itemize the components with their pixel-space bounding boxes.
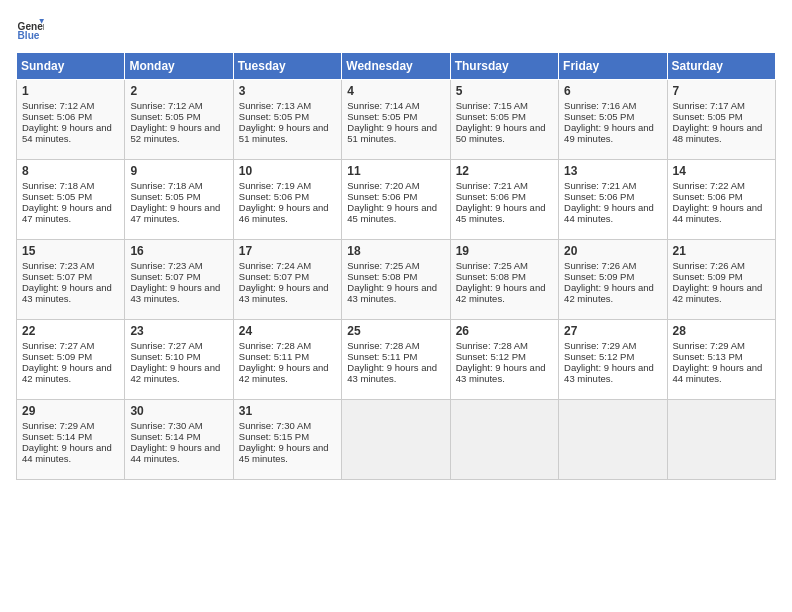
daylight: Daylight: 9 hours and 43 minutes. xyxy=(347,282,437,304)
day-cell: 16Sunrise: 7:23 AMSunset: 5:07 PMDayligh… xyxy=(125,240,233,320)
sunset: Sunset: 5:09 PM xyxy=(673,271,743,282)
day-number: 23 xyxy=(130,324,227,338)
sunrise: Sunrise: 7:20 AM xyxy=(347,180,419,191)
day-number: 25 xyxy=(347,324,444,338)
sunset: Sunset: 5:07 PM xyxy=(130,271,200,282)
col-header-tuesday: Tuesday xyxy=(233,53,341,80)
day-cell: 4Sunrise: 7:14 AMSunset: 5:05 PMDaylight… xyxy=(342,80,450,160)
day-cell: 1Sunrise: 7:12 AMSunset: 5:06 PMDaylight… xyxy=(17,80,125,160)
sunrise: Sunrise: 7:28 AM xyxy=(456,340,528,351)
sunrise: Sunrise: 7:28 AM xyxy=(239,340,311,351)
sunrise: Sunrise: 7:12 AM xyxy=(22,100,94,111)
day-number: 31 xyxy=(239,404,336,418)
day-cell: 8Sunrise: 7:18 AMSunset: 5:05 PMDaylight… xyxy=(17,160,125,240)
day-number: 5 xyxy=(456,84,553,98)
daylight: Daylight: 9 hours and 49 minutes. xyxy=(564,122,654,144)
day-cell: 5Sunrise: 7:15 AMSunset: 5:05 PMDaylight… xyxy=(450,80,558,160)
sunrise: Sunrise: 7:27 AM xyxy=(130,340,202,351)
logo: General Blue xyxy=(16,16,48,44)
col-header-wednesday: Wednesday xyxy=(342,53,450,80)
day-number: 6 xyxy=(564,84,661,98)
daylight: Daylight: 9 hours and 43 minutes. xyxy=(456,362,546,384)
sunrise: Sunrise: 7:17 AM xyxy=(673,100,745,111)
sunrise: Sunrise: 7:26 AM xyxy=(673,260,745,271)
sunset: Sunset: 5:12 PM xyxy=(456,351,526,362)
day-cell: 26Sunrise: 7:28 AMSunset: 5:12 PMDayligh… xyxy=(450,320,558,400)
day-cell: 3Sunrise: 7:13 AMSunset: 5:05 PMDaylight… xyxy=(233,80,341,160)
sunset: Sunset: 5:11 PM xyxy=(347,351,417,362)
day-cell: 15Sunrise: 7:23 AMSunset: 5:07 PMDayligh… xyxy=(17,240,125,320)
week-row-5: 29Sunrise: 7:29 AMSunset: 5:14 PMDayligh… xyxy=(17,400,776,480)
week-row-1: 1Sunrise: 7:12 AMSunset: 5:06 PMDaylight… xyxy=(17,80,776,160)
daylight: Daylight: 9 hours and 51 minutes. xyxy=(347,122,437,144)
day-number: 30 xyxy=(130,404,227,418)
day-cell: 29Sunrise: 7:29 AMSunset: 5:14 PMDayligh… xyxy=(17,400,125,480)
day-cell: 19Sunrise: 7:25 AMSunset: 5:08 PMDayligh… xyxy=(450,240,558,320)
sunset: Sunset: 5:06 PM xyxy=(347,191,417,202)
day-number: 18 xyxy=(347,244,444,258)
sunset: Sunset: 5:15 PM xyxy=(239,431,309,442)
sunrise: Sunrise: 7:30 AM xyxy=(239,420,311,431)
sunset: Sunset: 5:05 PM xyxy=(456,111,526,122)
daylight: Daylight: 9 hours and 45 minutes. xyxy=(239,442,329,464)
day-cell xyxy=(342,400,450,480)
sunset: Sunset: 5:13 PM xyxy=(673,351,743,362)
day-cell: 13Sunrise: 7:21 AMSunset: 5:06 PMDayligh… xyxy=(559,160,667,240)
day-number: 1 xyxy=(22,84,119,98)
col-header-monday: Monday xyxy=(125,53,233,80)
daylight: Daylight: 9 hours and 54 minutes. xyxy=(22,122,112,144)
sunset: Sunset: 5:05 PM xyxy=(564,111,634,122)
day-cell: 12Sunrise: 7:21 AMSunset: 5:06 PMDayligh… xyxy=(450,160,558,240)
sunrise: Sunrise: 7:22 AM xyxy=(673,180,745,191)
day-number: 4 xyxy=(347,84,444,98)
day-cell: 25Sunrise: 7:28 AMSunset: 5:11 PMDayligh… xyxy=(342,320,450,400)
sunset: Sunset: 5:09 PM xyxy=(22,351,92,362)
sunrise: Sunrise: 7:23 AM xyxy=(130,260,202,271)
day-number: 12 xyxy=(456,164,553,178)
sunset: Sunset: 5:05 PM xyxy=(239,111,309,122)
sunset: Sunset: 5:14 PM xyxy=(22,431,92,442)
col-header-thursday: Thursday xyxy=(450,53,558,80)
day-number: 13 xyxy=(564,164,661,178)
day-cell: 24Sunrise: 7:28 AMSunset: 5:11 PMDayligh… xyxy=(233,320,341,400)
daylight: Daylight: 9 hours and 43 minutes. xyxy=(22,282,112,304)
day-number: 15 xyxy=(22,244,119,258)
daylight: Daylight: 9 hours and 44 minutes. xyxy=(22,442,112,464)
sunrise: Sunrise: 7:14 AM xyxy=(347,100,419,111)
day-cell xyxy=(559,400,667,480)
daylight: Daylight: 9 hours and 44 minutes. xyxy=(130,442,220,464)
sunrise: Sunrise: 7:29 AM xyxy=(22,420,94,431)
daylight: Daylight: 9 hours and 42 minutes. xyxy=(22,362,112,384)
day-number: 22 xyxy=(22,324,119,338)
day-number: 19 xyxy=(456,244,553,258)
day-cell xyxy=(450,400,558,480)
week-row-3: 15Sunrise: 7:23 AMSunset: 5:07 PMDayligh… xyxy=(17,240,776,320)
sunset: Sunset: 5:11 PM xyxy=(239,351,309,362)
sunrise: Sunrise: 7:25 AM xyxy=(456,260,528,271)
svg-text:Blue: Blue xyxy=(18,30,40,41)
day-cell: 20Sunrise: 7:26 AMSunset: 5:09 PMDayligh… xyxy=(559,240,667,320)
day-cell: 22Sunrise: 7:27 AMSunset: 5:09 PMDayligh… xyxy=(17,320,125,400)
day-number: 16 xyxy=(130,244,227,258)
sunrise: Sunrise: 7:21 AM xyxy=(564,180,636,191)
day-cell: 14Sunrise: 7:22 AMSunset: 5:06 PMDayligh… xyxy=(667,160,775,240)
sunrise: Sunrise: 7:12 AM xyxy=(130,100,202,111)
day-cell: 6Sunrise: 7:16 AMSunset: 5:05 PMDaylight… xyxy=(559,80,667,160)
day-number: 10 xyxy=(239,164,336,178)
sunset: Sunset: 5:06 PM xyxy=(22,111,92,122)
day-number: 11 xyxy=(347,164,444,178)
daylight: Daylight: 9 hours and 43 minutes. xyxy=(347,362,437,384)
day-number: 20 xyxy=(564,244,661,258)
sunrise: Sunrise: 7:13 AM xyxy=(239,100,311,111)
day-number: 27 xyxy=(564,324,661,338)
daylight: Daylight: 9 hours and 43 minutes. xyxy=(239,282,329,304)
day-cell: 23Sunrise: 7:27 AMSunset: 5:10 PMDayligh… xyxy=(125,320,233,400)
daylight: Daylight: 9 hours and 43 minutes. xyxy=(130,282,220,304)
sunset: Sunset: 5:07 PM xyxy=(22,271,92,282)
sunset: Sunset: 5:06 PM xyxy=(673,191,743,202)
calendar-table: SundayMondayTuesdayWednesdayThursdayFrid… xyxy=(16,52,776,480)
daylight: Daylight: 9 hours and 42 minutes. xyxy=(456,282,546,304)
sunset: Sunset: 5:05 PM xyxy=(347,111,417,122)
sunrise: Sunrise: 7:24 AM xyxy=(239,260,311,271)
day-number: 26 xyxy=(456,324,553,338)
